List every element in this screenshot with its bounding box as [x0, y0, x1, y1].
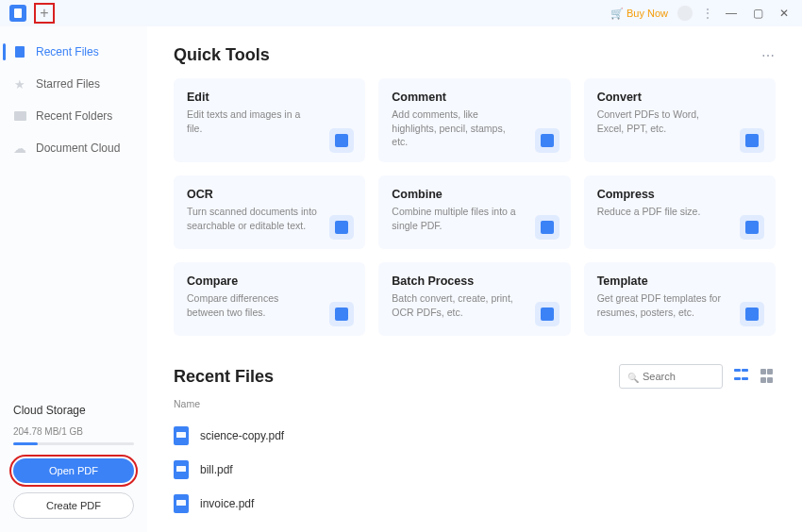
tool-desc: Convert PDFs to Word, Excel, PPT, etc. [597, 108, 762, 135]
sidebar: Recent Files Starred Files Recent Folder… [0, 26, 147, 532]
tool-title: Compare [187, 274, 352, 288]
buy-now-link[interactable]: Buy Now [610, 8, 668, 20]
tool-desc: Add comments, like highlights, pencil, s… [392, 108, 557, 149]
sidebar-item-recent-files[interactable]: Recent Files [0, 36, 147, 68]
file-row[interactable]: science-copy.pdf [174, 419, 776, 453]
create-pdf-button[interactable]: Create PDF [13, 492, 134, 519]
file-icon [13, 45, 26, 58]
tool-card-comment[interactable]: Comment Add comments, like highlights, p… [378, 78, 570, 162]
ocr-icon [329, 215, 354, 240]
minimize-button[interactable]: — [723, 7, 740, 20]
tool-card-ocr[interactable]: OCR Turn scanned documents into searchab… [174, 175, 365, 249]
tool-title: Convert [597, 91, 762, 104]
sidebar-item-label: Recent Folders [36, 109, 112, 123]
batch-icon [535, 302, 560, 326]
tool-card-compress[interactable]: Compress Reduce a PDF file size. [584, 175, 776, 249]
tool-card-combine[interactable]: Combine Combine multiple files into a si… [378, 175, 570, 249]
compress-icon [740, 215, 764, 240]
tool-title: Edit [187, 91, 352, 104]
tool-desc: Reduce a PDF file size. [597, 205, 762, 219]
pdf-file-icon [174, 460, 189, 479]
menu-button[interactable]: ⋮ [702, 7, 713, 20]
tool-desc: Compare differences between two files. [187, 291, 352, 319]
file-name: bill.pdf [200, 463, 233, 476]
file-name: science-copy.pdf [200, 429, 284, 442]
tool-desc: Get great PDF templates for resumes, pos… [597, 291, 762, 319]
sidebar-item-starred-files[interactable]: Starred Files [0, 68, 147, 100]
search-icon [627, 368, 643, 385]
tool-card-batch-process[interactable]: Batch Process Batch convert, create, pri… [378, 262, 570, 336]
sidebar-item-label: Starred Files [36, 77, 100, 91]
close-button[interactable]: ✕ [776, 7, 793, 20]
compare-icon [329, 302, 354, 326]
combine-icon [535, 215, 560, 240]
recent-files-title: Recent Files [174, 367, 274, 387]
tool-desc: Turn scanned documents into searchable o… [187, 205, 352, 232]
cloud-storage-title: Cloud Storage [13, 404, 134, 417]
cloud-storage-usage: 204.78 MB/1 GB [13, 426, 134, 437]
search-box[interactable] [619, 364, 723, 389]
maximize-button[interactable]: ▢ [749, 7, 766, 20]
globe-icon[interactable] [677, 6, 693, 21]
titlebar: + Buy Now ⋮ — ▢ ✕ [0, 0, 802, 26]
grid-view-button[interactable] [760, 369, 776, 384]
cart-icon [610, 8, 624, 20]
tool-title: Combine [392, 188, 557, 201]
cloud-icon [13, 141, 26, 155]
tool-title: Compress [597, 188, 762, 201]
tool-title: Comment [392, 91, 557, 104]
convert-icon [740, 128, 764, 153]
tool-title: Template [597, 274, 762, 288]
pdf-file-icon [174, 426, 189, 445]
tool-desc: Combine multiple files into a single PDF… [392, 205, 557, 232]
file-row[interactable]: invoice.pdf [174, 487, 776, 521]
comment-icon [535, 128, 560, 153]
tool-card-compare[interactable]: Compare Compare differences between two … [174, 262, 365, 336]
sidebar-item-label: Recent Files [36, 45, 99, 58]
tool-desc: Edit texts and images in a file. [187, 108, 352, 135]
tool-title: Batch Process [392, 274, 557, 288]
quick-tools-title: Quick Tools [174, 45, 270, 65]
open-pdf-button[interactable]: Open PDF [13, 458, 134, 483]
edit-icon [329, 128, 354, 153]
column-header-name: Name [174, 398, 776, 409]
tool-card-convert[interactable]: Convert Convert PDFs to Word, Excel, PPT… [584, 78, 776, 162]
new-tab-button[interactable]: + [34, 3, 55, 24]
file-name: invoice.pdf [200, 497, 254, 510]
tool-desc: Batch convert, create, print, OCR PDFs, … [392, 291, 557, 319]
tool-title: OCR [187, 188, 352, 201]
tool-card-template[interactable]: Template Get great PDF templates for res… [584, 262, 776, 336]
cloud-storage-panel: Cloud Storage 204.78 MB/1 GB Open PDF Cr… [0, 404, 147, 532]
buy-now-label: Buy Now [627, 8, 668, 19]
cloud-storage-bar [13, 442, 134, 445]
sidebar-item-recent-folders[interactable]: Recent Folders [0, 100, 147, 132]
search-input[interactable] [643, 371, 714, 382]
tool-card-edit[interactable]: Edit Edit texts and images in a file. [174, 78, 365, 162]
sidebar-item-label: Document Cloud [36, 141, 120, 155]
quick-tools-more-button[interactable]: ⋯ [761, 48, 776, 63]
pdf-file-icon [174, 494, 189, 513]
template-icon [740, 302, 764, 326]
folder-icon [13, 109, 26, 123]
main-content: Quick Tools ⋯ Edit Edit texts and images… [147, 26, 802, 532]
sidebar-item-document-cloud[interactable]: Document Cloud [0, 132, 147, 164]
star-icon [13, 77, 26, 91]
app-logo-icon [9, 5, 26, 22]
file-row[interactable]: bill.pdf [174, 453, 776, 487]
list-view-button[interactable] [734, 369, 749, 384]
